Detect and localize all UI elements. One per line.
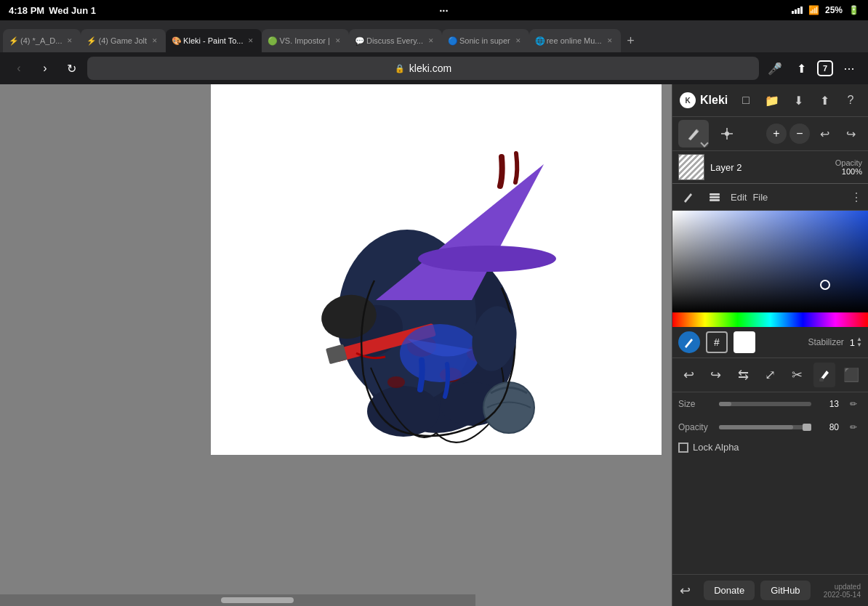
new-document-button[interactable]: □: [736, 90, 756, 110]
scrollbar-thumb[interactable]: [221, 597, 294, 603]
tab-7-title: ree online Mu...: [547, 36, 602, 45]
bottom-bar: ↩ Donate GitHub updated 2022-05-14: [672, 574, 868, 606]
undo-button[interactable]: ↩: [813, 122, 836, 145]
action-icons-row: ↩ ↪ ⇆ ⤢ ✂ ⬛: [672, 358, 868, 392]
size-slider[interactable]: [719, 402, 811, 406]
main-layout: K Kleki □ 📁 ⬇ ⬆ ? + −: [0, 84, 868, 606]
stabilizer-spinner[interactable]: ▲ ▼: [856, 336, 862, 348]
tab-3-title: Kleki - Paint To...: [183, 36, 243, 45]
wifi-icon: 📶: [808, 5, 819, 15]
lock-alpha-checkbox[interactable]: [678, 443, 688, 453]
save-button[interactable]: ⬇: [788, 90, 808, 110]
signal-bars: [792, 7, 803, 14]
hash-button[interactable]: #: [706, 331, 728, 353]
github-button[interactable]: GitHub: [760, 581, 810, 600]
battery-icon: 🔋: [848, 5, 859, 15]
address-bar[interactable]: 🔒 kleki.com: [87, 57, 759, 80]
layers-icon[interactable]: [704, 187, 725, 207]
zoom-out-button[interactable]: −: [789, 124, 810, 144]
transform-button[interactable]: ⤢: [760, 363, 781, 387]
tab-7[interactable]: 🌐 ree online Mu... ✕: [529, 29, 621, 52]
tab-3-close[interactable]: ✕: [246, 36, 256, 46]
tab-2-close[interactable]: ✕: [150, 36, 160, 46]
tab-count-badge[interactable]: 7: [817, 60, 833, 76]
tab-4-title: VS. Impostor |: [279, 36, 330, 45]
horizontal-scrollbar[interactable]: [0, 594, 475, 606]
back-button[interactable]: ‹: [9, 58, 29, 78]
more-options-button[interactable]: ⋮: [851, 190, 862, 204]
color-gradient[interactable]: [672, 211, 868, 312]
size-value: 13: [817, 399, 839, 409]
forward-button[interactable]: ›: [35, 58, 55, 78]
tool-row-1: + − ↩ ↪: [672, 117, 868, 151]
svg-point-14: [418, 246, 556, 272]
redo-button[interactable]: ↪: [839, 122, 862, 145]
new-tab-button[interactable]: +: [621, 29, 641, 52]
tab-5[interactable]: 💬 Discuss Every... ✕: [349, 29, 442, 52]
tab-2-favicon: ⚡: [87, 36, 95, 45]
svg-rect-21: [710, 199, 720, 201]
tool-row-2: Edit File ⋮: [672, 184, 868, 211]
tab-5-close[interactable]: ✕: [426, 36, 436, 46]
tab-3[interactable]: 🎨 Kleki - Paint To... ✕: [166, 29, 262, 52]
tab-6[interactable]: 🔵 Sonic in super ✕: [442, 29, 529, 52]
tab-5-favicon: 💬: [355, 36, 363, 45]
panel-header-icons: □ 📁 ⬇ ⬆ ?: [736, 90, 861, 110]
panel-header: K Kleki □ 📁 ⬇ ⬆ ?: [672, 84, 868, 117]
canvas-area[interactable]: [0, 84, 672, 606]
reload-button[interactable]: ↻: [61, 58, 81, 78]
share-button[interactable]: ⬆: [791, 58, 811, 78]
opacity-value: 100%: [842, 167, 862, 176]
open-file-button[interactable]: 📁: [762, 90, 782, 110]
help-button[interactable]: ?: [840, 90, 861, 110]
tab-bar: ⚡ (4) *_A_D... ✕ ⚡ (4) Game Jolt ✕ 🎨 Kle…: [0, 20, 868, 52]
zoom-controls: + −: [766, 124, 810, 144]
tab-6-title: Sonic in super: [459, 36, 510, 45]
tab-1-title: (4) *_A_D...: [20, 36, 62, 45]
tab-4-close[interactable]: ✕: [333, 36, 343, 46]
time: 4:18 PM: [9, 5, 44, 16]
donate-button[interactable]: Donate: [704, 581, 755, 600]
svg-point-18: [725, 132, 729, 136]
brush-options-row: # Stabilizer 1 ▲ ▼: [672, 327, 868, 358]
brush-mode-button[interactable]: [678, 331, 700, 353]
size-label: Size: [678, 399, 713, 409]
flip-button[interactable]: ⇆: [733, 363, 754, 387]
tab-1-close[interactable]: ✕: [65, 36, 75, 46]
tab-1-favicon: ⚡: [9, 36, 17, 45]
canvas-image: [211, 84, 662, 455]
right-panel: K Kleki □ 📁 ⬇ ⬆ ? + −: [672, 84, 868, 606]
lock-alpha-label: Lock Alpha: [693, 442, 739, 453]
bottom-undo-button[interactable]: ↩: [680, 583, 691, 599]
tab-6-close[interactable]: ✕: [513, 36, 523, 46]
fill-button[interactable]: ⬛: [841, 363, 862, 387]
date: Wed Jun 1: [49, 5, 96, 16]
lock-icon: 🔒: [395, 64, 405, 73]
brush-tool-button[interactable]: [678, 120, 709, 148]
size-edit-button[interactable]: ✏: [845, 395, 862, 413]
crop-button[interactable]: ✂: [787, 363, 808, 387]
opacity-slider-row: Opacity 80 ✏: [672, 416, 868, 439]
active-brush-button[interactable]: [813, 363, 835, 387]
opacity-slider[interactable]: [719, 425, 811, 429]
tab-4[interactable]: 🟢 VS. Impostor | ✕: [262, 29, 349, 52]
zoom-in-button[interactable]: +: [766, 124, 787, 144]
pan-tool-button[interactable]: [712, 120, 742, 148]
redo-curved-button[interactable]: ↪: [705, 363, 726, 387]
file-menu[interactable]: File: [752, 192, 768, 203]
color-swatch[interactable]: [734, 331, 755, 353]
edit-menu[interactable]: Edit: [731, 192, 747, 203]
status-bar: 4:18 PM Wed Jun 1 ··· 📶 25% 🔋: [0, 0, 868, 20]
tab-2[interactable]: ⚡ (4) Game Jolt ✕: [81, 29, 166, 52]
color-spectrum[interactable]: [672, 312, 868, 327]
tab-1[interactable]: ⚡ (4) *_A_D... ✕: [3, 29, 81, 52]
microphone-button[interactable]: 🎤: [765, 58, 785, 78]
undo-action-button[interactable]: ↩: [678, 363, 699, 387]
more-menu-button[interactable]: ···: [839, 58, 859, 78]
stabilizer-number: 1: [850, 337, 855, 348]
share-panel-button[interactable]: ⬆: [814, 90, 835, 110]
tab-7-close[interactable]: ✕: [605, 36, 615, 46]
color-cursor[interactable]: [820, 280, 830, 290]
opacity-edit-button[interactable]: ✏: [845, 419, 862, 436]
lock-alpha-row: Lock Alpha: [672, 439, 868, 456]
